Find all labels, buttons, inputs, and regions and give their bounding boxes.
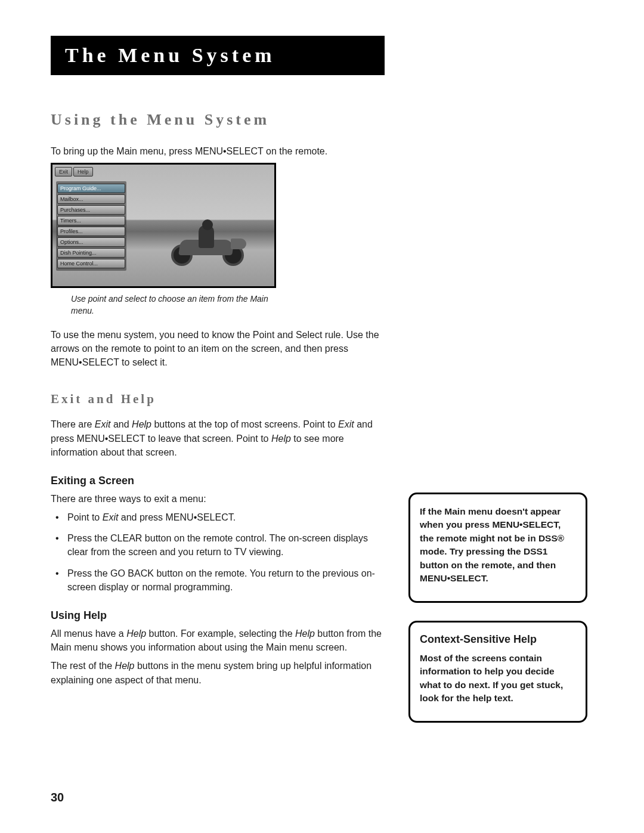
section-exiting-heading: Exiting a Screen <box>51 475 385 487</box>
section-exit-help-heading: Exit and Help <box>51 392 385 407</box>
screenshot-exit-tab: Exit <box>55 167 72 176</box>
menu-mailbox: Mailbox... <box>57 194 125 204</box>
italic-help: Help <box>132 419 151 429</box>
menu-options: Options... <box>57 237 125 247</box>
menu-profiles: Profiles... <box>57 227 125 236</box>
tip-box-context-help: Context-Sensitive Help Most of the scree… <box>408 621 587 723</box>
exiting-list: Point to Exit and press MENU•SELECT. Pre… <box>51 510 385 594</box>
text: and <box>110 419 132 429</box>
page-title-bar: The Menu System <box>51 36 385 75</box>
screenshot-caption: Use point and select to choose an item f… <box>71 293 274 317</box>
text: and press MENU•SELECT. <box>118 512 236 522</box>
italic-help: Help <box>271 433 291 444</box>
page-number: 30 <box>51 791 64 804</box>
list-item: Press the CLEAR button on the remote con… <box>51 531 385 559</box>
text: All menus have a <box>51 628 126 639</box>
menu-program-guide: Program Guide... <box>57 184 125 193</box>
text: The rest of the <box>51 661 115 671</box>
list-item: Point to Exit and press MENU•SELECT. <box>51 510 385 524</box>
section-using-p2: To use the menu system, you need to know… <box>51 328 385 370</box>
section-using-help-p2: The rest of the Help buttons in the menu… <box>51 659 385 686</box>
list-item: Press the GO BACK button on the remote. … <box>51 566 385 594</box>
section-using-p1: To bring up the Main menu, press MENU•SE… <box>51 144 385 158</box>
page-title: The Menu System <box>65 44 370 67</box>
text: button. For example, selecting the <box>146 628 295 639</box>
screenshot-menu: Program Guide... Mailbox... Purchases...… <box>56 181 126 271</box>
text: There are <box>51 419 95 429</box>
motorcycle-icon <box>169 224 246 266</box>
menu-purchases: Purchases... <box>57 205 125 215</box>
tip-heading: Context-Sensitive Help <box>420 633 576 646</box>
italic-help: Help <box>126 628 146 639</box>
screenshot-tabbar: Exit Help <box>55 167 93 176</box>
tip-box-dss-mode: If the Main menu doesn't appear when you… <box>408 493 587 603</box>
section-exiting-intro: There are three ways to exit a menu: <box>51 492 385 506</box>
italic-exit: Exit <box>103 512 119 522</box>
main-menu-screenshot: Exit Help Program Guide... Mailbox... Pu… <box>51 163 276 288</box>
text: Point to <box>67 512 103 522</box>
tip-text: Most of the screens contain information … <box>420 652 576 705</box>
aside-column: If the Main menu doesn't appear when you… <box>408 111 587 741</box>
menu-timers: Timers... <box>57 216 125 225</box>
screenshot-help-tab: Help <box>73 167 93 176</box>
menu-home-control: Home Control... <box>57 259 125 268</box>
italic-exit: Exit <box>338 419 354 429</box>
section-using-heading: Using the Menu System <box>51 111 385 129</box>
tip-text: If the Main menu doesn't appear when you… <box>420 505 576 586</box>
italic-exit: Exit <box>95 419 111 429</box>
italic-help: Help <box>295 628 315 639</box>
page-content: Using the Menu System To bring up the Ma… <box>51 111 593 741</box>
section-using-help-p1: All menus have a Help button. For exampl… <box>51 627 385 654</box>
text: buttons at the top of most screens. Poin… <box>151 419 338 429</box>
menu-dish-pointing: Dish Pointing... <box>57 248 125 258</box>
section-using-help-heading: Using Help <box>51 609 385 622</box>
italic-help: Help <box>115 661 135 671</box>
section-exit-help-p: There are Exit and Help buttons at the t… <box>51 417 385 459</box>
main-column: Using the Menu System To bring up the Ma… <box>51 111 385 741</box>
